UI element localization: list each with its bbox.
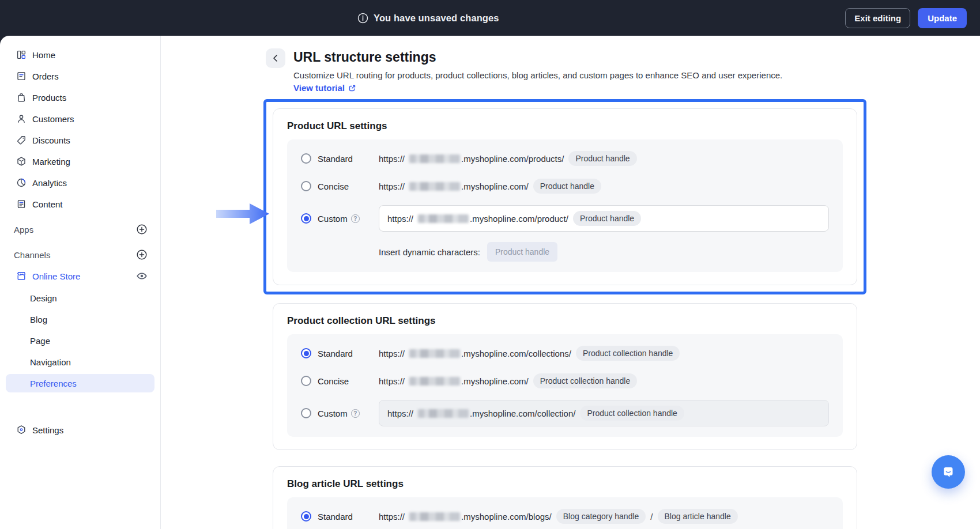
sidebar-subitem-label: Navigation [30, 357, 71, 367]
sidebar-item-label: Products [32, 93, 66, 103]
url-preview: https://.myshopline.com/Product collecti… [379, 373, 637, 388]
exit-editing-button[interactable]: Exit editing [845, 8, 910, 28]
handle-tag-product-collection-handle: Product collection handle [576, 346, 680, 361]
options-panel: Standardhttps://.myshopline.com/collecti… [287, 334, 843, 437]
insert-dynamic-characters-label: Insert dynamic characters: [379, 247, 480, 257]
card-product-url-settings: Product URL settingsStandardhttps://.mys… [273, 108, 857, 285]
preview-eye-icon[interactable] [136, 270, 148, 282]
custom-url-input[interactable]: https://.myshopline.com/product/Product … [379, 205, 829, 232]
view-tutorial-link[interactable]: View tutorial [293, 83, 356, 93]
sidebar-item-label: Marketing [32, 157, 70, 167]
sidebar-item-online-store[interactable]: Online Store [6, 267, 154, 285]
orders-icon [16, 71, 27, 81]
sidebar-item-orders[interactable]: Orders [6, 67, 154, 85]
chat-widget-button[interactable] [932, 455, 965, 489]
radio-standard[interactable] [301, 511, 311, 522]
option-label: Standard [318, 512, 353, 522]
help-icon[interactable]: ? [351, 214, 360, 223]
sidebar-subitem-page[interactable]: Page [6, 331, 154, 350]
radio-standard[interactable] [301, 153, 311, 164]
url-path: .myshopline.com/collections/ [461, 349, 571, 358]
unsaved-changes-text: You have unsaved changes [374, 13, 499, 24]
sidebar-item-label: Content [32, 199, 63, 209]
radio-concise[interactable] [301, 181, 311, 191]
url-path: .myshopline.com/ [461, 182, 529, 191]
url-preview: https://.myshopline.com/collections/Prod… [379, 346, 680, 361]
external-link-icon [348, 84, 356, 92]
sidebar-item-analytics[interactable]: Analytics [6, 174, 154, 191]
option-label: Custom [318, 214, 348, 224]
options-panel: Standardhttps://.myshopline.com/products… [287, 139, 843, 272]
sidebar-subitem-label: Preferences [30, 379, 77, 388]
url-path: .myshopline.com/product/ [470, 214, 568, 224]
unsaved-changes-badge: You have unsaved changes [357, 0, 499, 36]
sidebar-subitem-preferences[interactable]: Preferences [6, 374, 154, 392]
url-path: .myshopline.com/blogs/ [461, 512, 552, 522]
view-tutorial-label: View tutorial [293, 83, 345, 93]
online-store-label: Online Store [32, 271, 80, 281]
option-label: Standard [318, 154, 353, 164]
sidebar-item-discounts[interactable]: Discounts [6, 131, 154, 149]
sidebar-item-label: Customers [32, 114, 74, 124]
option-row-custom: Custom?https://.myshopline.com/product/P… [301, 205, 829, 232]
handle-tag-product-handle: Product handle [568, 151, 636, 166]
radio-custom[interactable] [301, 213, 311, 224]
page-header: URL structure settings Customize URL rou… [266, 48, 782, 93]
page-title: URL structure settings [293, 50, 782, 65]
radio-concise[interactable] [301, 376, 311, 386]
option-label: Custom [318, 409, 348, 418]
sidebar-item-marketing[interactable]: Marketing [6, 153, 154, 170]
workspace: HomeOrdersProductsCustomersDiscountsMark… [0, 36, 980, 529]
online-store-subnav: DesignBlogPageNavigationPreferences [0, 289, 160, 392]
blurred-store-name [409, 512, 460, 521]
discounts-icon [16, 135, 27, 145]
sidebar-section-channels[interactable]: Channels [6, 246, 154, 263]
add-channel-icon[interactable] [136, 249, 148, 260]
handle-tag-product-handle: Product handle [533, 179, 601, 194]
content-icon [16, 199, 27, 209]
sidebar-subitem-design[interactable]: Design [6, 289, 154, 307]
option-row-standard: Standardhttps://.myshopline.com/products… [301, 150, 829, 167]
settings-gear-icon [16, 425, 27, 435]
option-label: Concise [318, 182, 349, 191]
analytics-icon [16, 177, 27, 188]
sidebar-primary-nav: HomeOrdersProductsCustomersDiscountsMark… [0, 46, 160, 213]
highlight-arrow [216, 203, 269, 225]
radio-standard[interactable] [301, 348, 311, 358]
home-icon [16, 50, 27, 60]
help-icon[interactable]: ? [351, 409, 360, 418]
sidebar-item-customers[interactable]: Customers [6, 110, 154, 127]
settings-label: Settings [32, 425, 63, 435]
card-title: Product collection URL settings [287, 315, 843, 327]
handle-tag-product-collection-handle: Product collection handle [533, 373, 637, 388]
radio-custom[interactable] [301, 408, 311, 418]
sidebar-subitem-blog[interactable]: Blog [6, 310, 154, 328]
sidebar-item-settings[interactable]: Settings [6, 421, 154, 439]
channels-label: Channels [14, 250, 50, 260]
topbar-actions: Exit editing Update [845, 0, 967, 36]
update-button[interactable]: Update [918, 8, 967, 28]
sidebar-section-apps[interactable]: Apps [6, 221, 154, 238]
apps-label: Apps [14, 225, 33, 235]
sidebar-item-content[interactable]: Content [6, 195, 154, 213]
url-path: .myshopline.com/collection/ [470, 409, 575, 418]
option-row-standard: Standardhttps://.myshopline.com/collecti… [301, 345, 829, 362]
sidebar-subitem-label: Page [30, 336, 50, 346]
sidebar-item-home[interactable]: Home [6, 46, 154, 63]
back-button[interactable] [266, 48, 285, 68]
handle-tag-blog-category-handle: Blog category handle [556, 509, 646, 524]
add-app-icon[interactable] [136, 224, 148, 235]
blurred-store-name [418, 214, 469, 223]
option-label: Concise [318, 376, 349, 386]
topbar: You have unsaved changes Exit editing Up… [0, 0, 980, 36]
option-row-standard: Standardhttps://.myshopline.com/blogs/Bl… [301, 508, 829, 525]
url-path: .myshopline.com/products/ [461, 154, 564, 164]
custom-url-input: https://.myshopline.com/collection/Produ… [379, 400, 829, 426]
sidebar-item-label: Analytics [32, 178, 67, 188]
sidebar-subitem-navigation[interactable]: Navigation [6, 353, 154, 371]
url-protocol: https:// [387, 409, 413, 418]
sidebar-item-products[interactable]: Products [6, 89, 154, 106]
blurred-store-name [409, 349, 460, 358]
insert-product-handle-button[interactable]: Product handle [487, 242, 557, 262]
main-content: URL structure settings Customize URL rou… [161, 36, 980, 529]
